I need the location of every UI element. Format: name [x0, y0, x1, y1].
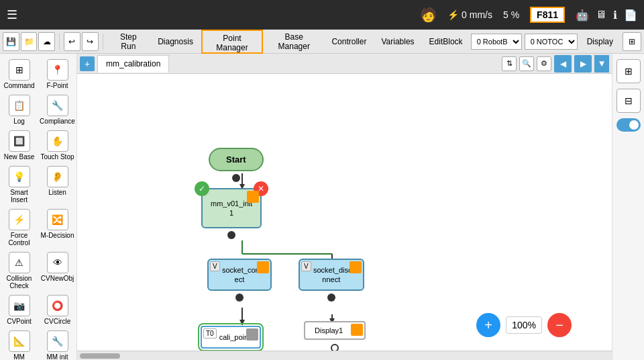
sidebar-item-smartinsert[interactable]: 💡 Smart Insert [0, 163, 38, 206]
forcecontrol-label: Force Control [1, 232, 37, 246]
sidebar-item-fpoint[interactable]: 📍 F-Point [38, 56, 76, 92]
socket-disconnect-label: socket_disconnect [307, 266, 356, 283]
sidebar-item-forcecontrol[interactable]: ⚡ Force Control [0, 206, 38, 249]
right-panel: ⊞ ⊟ [612, 54, 644, 360]
cvcircle-label: CVCircle [44, 318, 70, 325]
start-node[interactable]: Start [209, 148, 264, 182]
undo-button[interactable]: ↩ [64, 32, 80, 51]
search-icon[interactable]: 🔍 [519, 56, 534, 71]
nav-dropdown-button[interactable]: ▼ [594, 55, 609, 73]
step-run-button[interactable]: Step Run [107, 30, 150, 54]
hamburger-icon[interactable]: ☰ [7, 7, 17, 22]
check-badge: ✓ [195, 181, 209, 196]
robot-icon[interactable]: 🤖 [576, 9, 589, 21]
flow-canvas[interactable]: Start ✓ ✕ mm_v01_init1 V socke [77, 74, 612, 351]
sidebar-item-listen[interactable]: 👂 Listen [38, 163, 76, 206]
info-icon[interactable]: ℹ [613, 9, 617, 21]
point-manager-button[interactable]: Point Manager [201, 30, 263, 54]
zoom-level: 100% [506, 316, 542, 334]
sidebar-item-compliance[interactable]: 🔧 Compliance [38, 92, 76, 128]
display-button[interactable]: Display [580, 34, 620, 49]
sidebar-item-cvnewobj[interactable]: 👁 CVNewObj [38, 249, 76, 292]
base-manager-button[interactable]: Base Manager [264, 30, 323, 54]
display1-connector [331, 344, 339, 351]
sidebar-item-newbase[interactable]: 🔲 New Base [0, 128, 38, 163]
sidebar-item-log[interactable]: 📋 Log [0, 92, 38, 128]
save-button[interactable]: 💾 [3, 32, 19, 51]
command-icon: ⊞ [9, 59, 30, 81]
cvnewobj-icon: 👁 [47, 252, 68, 273]
sort-icon[interactable]: ⇅ [502, 56, 517, 71]
sidebar-row-2: 📋 Log 🔧 Compliance [0, 92, 76, 128]
collisioncheck-label: Collision Check [1, 275, 37, 289]
canvas-tab[interactable]: mm_calibration [97, 55, 169, 73]
cloud-button[interactable]: ☁ [38, 32, 55, 51]
sidebar-item-cvcircle[interactable]: ⭕ CVCircle [38, 292, 76, 328]
sidebar-item-mminit[interactable]: 🔧 MM init [38, 328, 76, 360]
layout-button[interactable]: ⊞ [616, 59, 641, 83]
newbase-icon: 🔲 [9, 130, 30, 152]
img-badge [246, 328, 258, 341]
smartinsert-label: Smart Insert [1, 189, 37, 204]
display1-node[interactable]: Display1 [304, 321, 366, 351]
f811-badge[interactable]: F811 [530, 7, 565, 23]
prev-nav-button[interactable]: ◀ [554, 55, 572, 73]
settings-icon[interactable]: ⚙ [537, 56, 551, 71]
diagnosis-button[interactable]: Diagnosis [151, 30, 200, 54]
cali-point-node[interactable]: T0 cali_point [201, 326, 261, 351]
variables-button[interactable]: Variables [374, 30, 421, 54]
sidebar-row-1: ⊞ Command 📍 F-Point [0, 56, 76, 92]
zoom-plus-button[interactable]: + [476, 313, 500, 337]
mminit-icon: 🔧 [47, 330, 68, 352]
svg-marker-4 [239, 320, 245, 325]
bottom-scrollbar[interactable] [77, 351, 612, 360]
sidebar-item-collisioncheck[interactable]: ⚠ Collision Check [0, 249, 38, 292]
notoc-select[interactable]: 0 NOTOC [525, 34, 578, 50]
start-label: Start [226, 154, 246, 165]
toggle-switch[interactable] [616, 118, 641, 132]
sidebar-item-command[interactable]: ⊞ Command [0, 56, 38, 92]
canvas-tab-bar: + mm_calibration ⇅ 🔍 ⚙ ◀ ▶ ▼ [77, 54, 612, 74]
collapse-button[interactable]: ⊟ [616, 89, 641, 113]
add-tab-button[interactable]: + [80, 56, 95, 71]
grid-button[interactable]: ⊞ [623, 32, 641, 51]
next-nav-button[interactable]: ▶ [574, 55, 592, 73]
collisioncheck-icon: ⚠ [9, 252, 30, 273]
sidebar-row-6: ⚠ Collision Check 👁 CVNewObj [0, 249, 76, 292]
redo-button[interactable]: ↪ [82, 32, 99, 51]
sidebar-item-mdecision[interactable]: 🔀 M-Decision [38, 206, 76, 249]
cvcircle-icon: ⭕ [47, 295, 68, 316]
doc-icon[interactable]: 📄 [624, 9, 637, 21]
listen-label: Listen [48, 189, 66, 196]
socket-disconnect-node[interactable]: V socket_disconnect [299, 259, 364, 302]
forcecontrol-icon: ⚡ [9, 209, 30, 230]
speed-display: ⚡ 0 mm/s [447, 9, 492, 20]
newbase-label: New Base [4, 153, 35, 161]
touchstop-label: Touch Stop [40, 153, 74, 161]
canvas-area: + mm_calibration ⇅ 🔍 ⚙ ◀ ▶ ▼ [77, 54, 612, 360]
orange-badge-disconnect [350, 261, 362, 273]
edit-block-button[interactable]: EditBlock [423, 30, 470, 54]
robot-select[interactable]: 0 RobotB [471, 34, 522, 50]
v-badge-disconnect: V [301, 261, 311, 271]
socket-connect-node[interactable]: V socket_connect [207, 259, 272, 302]
mmcalibration-icon: 📐 [9, 330, 30, 352]
sidebar-item-mmcalibration[interactable]: 📐 MM calibration [0, 328, 38, 360]
zoom-minus-button[interactable]: − [547, 313, 572, 337]
v-badge-connect: V [210, 261, 220, 271]
orange-badge-connect [257, 261, 269, 273]
sidebar-item-touchstop[interactable]: ✋ Touch Stop [38, 128, 76, 163]
monitor-icon[interactable]: 🖥 [596, 9, 606, 21]
touchstop-icon: ✋ [47, 130, 68, 152]
orange-badge [247, 191, 259, 203]
sidebar-item-cvpoint[interactable]: 📷 CVPoint [0, 292, 38, 328]
separator [59, 34, 60, 50]
mm-v01-init1-node[interactable]: ✓ ✕ mm_v01_init1 [201, 188, 262, 239]
top-icons: 🤖 🖥 ℹ 📄 [576, 9, 637, 21]
display1-label: Display1 [315, 326, 355, 334]
folder-button[interactable]: 📁 [21, 32, 38, 51]
sidebar-row-4: 💡 Smart Insert 👂 Listen [0, 163, 76, 206]
scroll-thumb[interactable] [80, 353, 120, 359]
menu-bar-right: 0 RobotB 0 NOTOC Display ⊞ [471, 32, 641, 51]
controller-button[interactable]: Controller [325, 30, 373, 54]
